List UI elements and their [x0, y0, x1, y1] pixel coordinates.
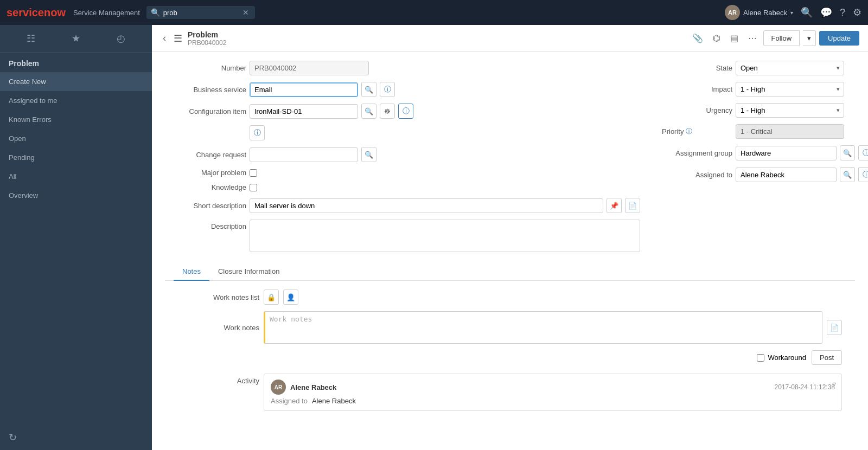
- main-layout: ☷ ★ ◴ Problem Create New Assigned to me …: [0, 25, 868, 450]
- business-service-info-btn[interactable]: ⓘ: [380, 82, 395, 97]
- tab-notes[interactable]: Notes: [174, 263, 209, 281]
- knowledge-field-group: Knowledge: [165, 183, 640, 191]
- search-nav-icon[interactable]: 🔍: [801, 7, 813, 18]
- tab-closure[interactable]: Closure Information: [209, 263, 288, 281]
- sidebar-item-label-known: Known Errors: [9, 115, 52, 124]
- urgency-label: Urgency: [662, 106, 732, 114]
- activity-body: Assigned to Alene Rabeck: [271, 397, 835, 405]
- major-problem-label: Major problem: [165, 169, 246, 177]
- record-actions: 📎 ⌬ ▤ ⋯ Follow ▾ Update: [689, 30, 860, 47]
- assigned-to-info-btn[interactable]: ⓘ: [858, 167, 868, 182]
- work-notes-list-label: Work notes list: [178, 293, 259, 301]
- activity-detail: Assigned to Alene Rabeck: [271, 397, 835, 405]
- sidebar-history-icon[interactable]: ◴: [114, 30, 127, 47]
- sidebar-item-label-all: All: [9, 172, 16, 181]
- change-request-input[interactable]: [250, 147, 358, 162]
- user-dropdown-icon: ▾: [790, 10, 793, 16]
- activity-user-info: AR Alene Rabeck: [271, 380, 336, 395]
- more-icon[interactable]: ⋯: [745, 30, 760, 47]
- number-field-group: Number: [165, 61, 640, 75]
- short-desc-pin-btn[interactable]: 📌: [607, 198, 622, 213]
- state-select[interactable]: Open In Progress Closed Resolved: [736, 61, 844, 75]
- business-service-input[interactable]: [250, 82, 358, 97]
- activity-timestamp: 2017-08-24 11:12:38: [775, 383, 835, 391]
- config-item-info-btn[interactable]: ⓘ: [398, 104, 413, 119]
- sidebar-item-open[interactable]: Open: [0, 129, 152, 148]
- major-problem-checkbox[interactable]: [250, 169, 257, 177]
- tabs-bar: Notes Closure Information: [165, 263, 855, 281]
- settings-icon[interactable]: ⚙: [853, 7, 861, 18]
- short-desc-template-btn[interactable]: 📄: [625, 198, 640, 213]
- config-item-field-group: Configuration item 🔍 ☸ ⓘ: [165, 104, 640, 119]
- work-notes-label: Work notes: [178, 324, 259, 332]
- work-notes-textarea[interactable]: [264, 311, 822, 344]
- workaround-label: Workaround: [768, 353, 806, 362]
- assigned-to-input[interactable]: [736, 168, 837, 182]
- assigned-to-search-btn[interactable]: 🔍: [840, 167, 855, 182]
- sidebar-item-label-open: Open: [9, 134, 26, 143]
- assignment-group-input[interactable]: [736, 146, 837, 160]
- business-service-search-btn[interactable]: 🔍: [361, 82, 376, 97]
- search-input[interactable]: [163, 9, 239, 17]
- impact-select[interactable]: 1 - High 2 - Medium 3 - Low: [736, 82, 844, 97]
- config-item-ci-btn[interactable]: ☸: [380, 104, 395, 119]
- config-item-search-btn[interactable]: 🔍: [361, 104, 376, 119]
- impact-select-wrapper: 1 - High 2 - Medium 3 - Low: [736, 82, 844, 97]
- workaround-check-group: Workaround: [757, 353, 806, 362]
- chat-icon[interactable]: 💬: [820, 7, 832, 18]
- follow-dropdown-button[interactable]: ▾: [803, 30, 816, 46]
- short-description-input[interactable]: [250, 198, 603, 213]
- priority-text: Priority: [662, 127, 684, 136]
- extra-info-row: ⓘ: [250, 125, 640, 140]
- assignment-group-info-btn[interactable]: ⓘ: [858, 145, 868, 160]
- change-request-search-btn[interactable]: 🔍: [361, 147, 376, 162]
- assignment-group-search-btn[interactable]: 🔍: [840, 145, 855, 160]
- activity-assigned-to-label: Assigned to: [271, 397, 308, 405]
- work-notes-user-btn[interactable]: 👤: [283, 290, 298, 305]
- chart-icon[interactable]: ⌬: [710, 30, 724, 47]
- user-area[interactable]: AR Alene Rabeck ▾: [725, 5, 793, 20]
- priority-field-group: Priority ⓘ 1 - Critical: [662, 124, 868, 139]
- urgency-select[interactable]: 1 - High 2 - Medium 3 - Low: [736, 103, 844, 118]
- activity-filter-icon[interactable]: ▿: [832, 380, 836, 388]
- description-textarea[interactable]: [250, 220, 640, 252]
- work-notes-template-btn[interactable]: 📄: [827, 320, 842, 335]
- work-notes-lock-btn[interactable]: 🔒: [264, 290, 279, 305]
- logo-now: now: [44, 7, 66, 18]
- form-columns: Number Business service 🔍 ⓘ Configuratio…: [165, 61, 855, 259]
- config-item-input[interactable]: [250, 104, 358, 119]
- priority-label[interactable]: Priority ⓘ: [662, 127, 732, 136]
- knowledge-checkbox[interactable]: [250, 184, 257, 191]
- sidebar-item-all[interactable]: All: [0, 167, 152, 186]
- update-button[interactable]: Update: [819, 31, 859, 46]
- attachment-icon[interactable]: 📎: [689, 30, 706, 47]
- change-request-field-group: Change request 🔍: [165, 147, 640, 162]
- activity-user-name: Alene Rabeck: [290, 383, 336, 391]
- hamburger-icon[interactable]: ☰: [174, 33, 182, 44]
- sidebar-item-pending[interactable]: Pending: [0, 148, 152, 167]
- sidebar-item-create-new[interactable]: Create New: [0, 72, 152, 91]
- record-number: PRB0040002: [188, 39, 684, 47]
- activity-row: Activity AR Alene Rabeck 2017-08-24 11:1…: [178, 374, 842, 411]
- clear-search-icon[interactable]: ✕: [242, 8, 249, 17]
- business-service-label: Business service: [165, 86, 246, 94]
- sidebar-item-known-errors[interactable]: Known Errors: [0, 110, 152, 129]
- workaround-row: Workaround Post: [178, 350, 842, 365]
- sidebar-item-assigned-to-me[interactable]: Assigned to me: [0, 91, 152, 110]
- back-button[interactable]: ‹: [161, 30, 168, 46]
- major-problem-field-group: Major problem: [165, 169, 640, 177]
- extra-info-icon-btn[interactable]: ⓘ: [250, 125, 265, 140]
- follow-button[interactable]: Follow: [763, 30, 800, 46]
- sidebar-star-icon[interactable]: ★: [69, 30, 82, 47]
- workaround-checkbox[interactable]: [757, 354, 764, 362]
- sidebar-item-overview[interactable]: Overview: [0, 186, 152, 205]
- activity-header: AR Alene Rabeck 2017-08-24 11:12:38: [271, 380, 835, 395]
- state-field-group: State Open In Progress Closed Resolved: [662, 61, 868, 75]
- sliders-icon[interactable]: ▤: [727, 30, 742, 47]
- top-nav-right: AR Alene Rabeck ▾ 🔍 💬 ? ⚙: [725, 5, 861, 20]
- sidebar-collapse-icon[interactable]: ↻: [0, 425, 152, 450]
- short-description-field-group: Short description 📌 📄: [165, 198, 640, 213]
- help-icon[interactable]: ?: [840, 7, 845, 18]
- post-button[interactable]: Post: [812, 350, 842, 365]
- sidebar-home-icon[interactable]: ☷: [24, 30, 37, 47]
